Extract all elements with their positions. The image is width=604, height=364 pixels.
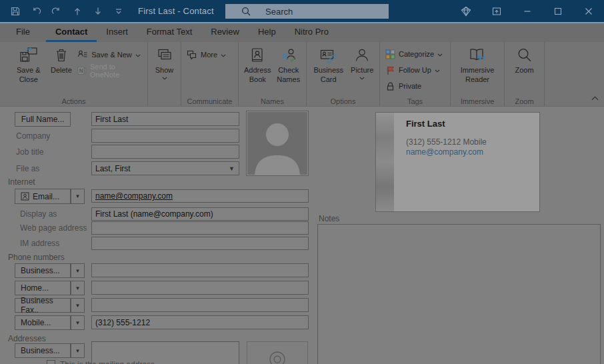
- customize-qat-icon[interactable]: [113, 4, 125, 19]
- save-and-close-button[interactable]: Save & Close: [9, 45, 47, 94]
- move-down-icon[interactable]: [92, 4, 104, 19]
- delete-button[interactable]: Delete: [47, 45, 75, 94]
- phone-home-field[interactable]: [91, 281, 309, 295]
- send-to-onenote-button: N Send to OneNote: [75, 63, 145, 78]
- move-up-icon[interactable]: [71, 4, 83, 19]
- onenote-icon: N: [77, 66, 87, 75]
- business-card-phone: (312) 555-1212 Mobile: [406, 137, 487, 147]
- window-controls: [451, 0, 604, 22]
- show-button[interactable]: Show: [151, 45, 178, 94]
- close-button[interactable]: [573, 0, 604, 22]
- chevron-down-icon: [221, 54, 226, 57]
- search-box[interactable]: Search: [225, 4, 389, 19]
- save-and-new-button[interactable]: Save & New: [75, 47, 145, 62]
- file-as-dropdown[interactable]: Last, First ▼: [91, 161, 239, 175]
- addresses-section-header: Addresses: [8, 334, 46, 343]
- contact-photo-placeholder[interactable]: [247, 111, 308, 175]
- lock-icon: [385, 81, 395, 91]
- svg-text:N: N: [79, 68, 83, 74]
- notes-label: Notes: [319, 214, 339, 223]
- im-address-label: IM address: [20, 239, 59, 248]
- redo-icon[interactable]: [51, 4, 63, 19]
- display-as-field[interactable]: First Last (name@company.com): [91, 207, 309, 221]
- im-address-field[interactable]: [91, 237, 309, 250]
- search-placeholder: Search: [265, 7, 293, 17]
- more-button[interactable]: More: [184, 47, 229, 62]
- categorize-icon: [385, 49, 395, 59]
- picture-button[interactable]: Picture: [347, 45, 377, 94]
- map-it-box[interactable]: [247, 341, 308, 364]
- chevron-down-icon: [162, 77, 167, 80]
- company-field[interactable]: [91, 129, 239, 143]
- notes-textarea[interactable]: [317, 224, 601, 364]
- full-name-button[interactable]: Full Name...: [15, 112, 71, 127]
- group-label-zoom: Zoom: [505, 97, 544, 105]
- phone-mobile-dropdown[interactable]: ▼: [71, 315, 85, 330]
- email-field[interactable]: name@company.com: [91, 189, 309, 203]
- business-card-email: name@company.com: [406, 147, 483, 157]
- tab-review[interactable]: Review: [201, 23, 249, 42]
- ribbon-display-options-icon[interactable]: [481, 0, 512, 22]
- follow-up-button[interactable]: Follow Up: [383, 63, 445, 77]
- phone-business-field[interactable]: [91, 263, 309, 277]
- address-type-dropdown[interactable]: ▼: [71, 343, 85, 358]
- tab-insert[interactable]: Insert: [97, 23, 137, 42]
- internet-section-header: Internet: [8, 177, 35, 187]
- mailing-address-checkbox[interactable]: [47, 360, 55, 364]
- phone-numbers-section-header: Phone numbers: [8, 253, 65, 262]
- phone-fax-button[interactable]: Business Fax..: [15, 298, 71, 313]
- email-dropdown-button[interactable]: ▼: [71, 189, 85, 204]
- business-card-name: First Last: [406, 119, 445, 129]
- phone-business-button[interactable]: Business...: [15, 263, 71, 278]
- chat-bubbles-icon: [187, 50, 197, 60]
- phone-fax-dropdown[interactable]: ▼: [71, 298, 85, 313]
- group-label-options: Options: [307, 97, 379, 105]
- premium-diamond-icon[interactable]: [451, 0, 481, 22]
- phone-business-dropdown[interactable]: ▼: [71, 263, 85, 278]
- job-title-field[interactable]: [91, 145, 239, 159]
- phone-mobile-button[interactable]: Mobile...: [15, 315, 71, 330]
- tab-contact[interactable]: Contact: [46, 23, 97, 42]
- group-zoom: Zoom Zoom: [505, 42, 545, 106]
- job-title-label: Job title: [16, 147, 43, 157]
- group-show: Show: [148, 42, 181, 106]
- collapse-ribbon-button[interactable]: [591, 91, 599, 103]
- tab-help[interactable]: Help: [249, 23, 285, 42]
- dropdown-arrow-icon: ▼: [229, 165, 235, 172]
- chevron-down-icon: [359, 77, 365, 80]
- group-label-names: Names: [239, 97, 306, 105]
- show-icon: [156, 47, 173, 64]
- undo-icon[interactable]: [30, 4, 42, 19]
- chevron-down-icon: [437, 53, 443, 57]
- private-button[interactable]: Private: [383, 79, 445, 93]
- minimize-button[interactable]: [512, 0, 543, 22]
- phone-home-dropdown[interactable]: ▼: [71, 281, 85, 295]
- outlook-contact-window: First Last - Contact Search File: [0, 0, 604, 364]
- zoom-button[interactable]: Zoom: [510, 45, 539, 94]
- tab-format-text[interactable]: Format Text: [137, 23, 201, 42]
- business-card-preview[interactable]: First Last (312) 555-1212 Mobile name@co…: [375, 112, 540, 212]
- maximize-button[interactable]: [543, 0, 573, 22]
- contact-card-icon: [21, 192, 29, 201]
- tab-file[interactable]: File: [7, 23, 39, 42]
- web-page-field[interactable]: [91, 221, 309, 235]
- address-book-button[interactable]: Address Book: [241, 45, 273, 94]
- save-icon[interactable]: [9, 4, 21, 19]
- address-type-button[interactable]: Business...: [15, 343, 71, 358]
- titlebar: First Last - Contact Search: [0, 0, 604, 22]
- immersive-reader-button[interactable]: Immersive Reader: [455, 45, 500, 94]
- chevron-down-icon: [135, 54, 141, 57]
- full-name-field[interactable]: First Last: [91, 112, 239, 126]
- phone-fax-field[interactable]: [91, 298, 309, 312]
- phone-mobile-field[interactable]: (312) 555-1212: [91, 315, 309, 329]
- check-names-button[interactable]: Check Names: [273, 45, 303, 94]
- tab-nitro-pro[interactable]: Nitro Pro: [285, 23, 338, 42]
- quick-access-toolbar: [9, 0, 125, 22]
- email-type-button[interactable]: Email...: [15, 189, 71, 204]
- business-card-button[interactable]: Business Card: [309, 45, 347, 94]
- ribbon: Save & Close Delete Save & New N Send to…: [0, 42, 604, 107]
- group-label-actions: Actions: [0, 97, 147, 105]
- group-actions: Save & Close Delete Save & New N Send to…: [0, 42, 148, 106]
- categorize-button[interactable]: Categorize: [383, 47, 445, 61]
- phone-home-button[interactable]: Home...: [15, 281, 71, 295]
